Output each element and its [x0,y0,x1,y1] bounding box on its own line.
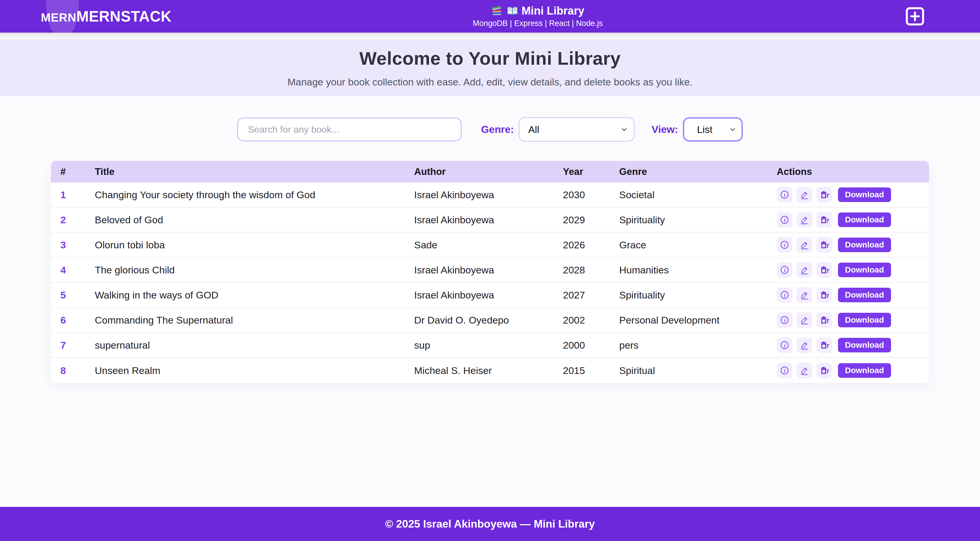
view-select[interactable]: List [683,117,743,142]
cell-num: 4 [60,264,95,276]
cell-year: 2015 [563,365,619,376]
info-button[interactable]: i [777,262,792,278]
cell-year: 2002 [563,314,619,326]
add-book-button[interactable] [904,5,926,27]
info-button[interactable]: i [777,212,792,228]
search-input[interactable] [237,117,462,141]
download-button[interactable]: Download [838,288,891,302]
cell-genre: Humanities [619,264,777,276]
delete-button[interactable] [816,337,832,353]
edit-button[interactable] [797,287,812,303]
info-button[interactable]: i [777,287,792,303]
delete-icon [819,365,829,376]
cell-author: Sade [414,239,563,251]
edit-icon [799,290,810,300]
nav-title-block: Mini Library MongoDB | Express | React |… [172,5,904,28]
edit-icon [799,315,810,325]
edit-button[interactable] [797,237,812,253]
info-icon: i [780,240,789,250]
logo-text-small: MERN [41,11,76,24]
controls-bar: Genre: All View: List [0,117,980,142]
cell-author: Israel Akinboyewa [414,189,563,200]
download-button[interactable]: Download [838,238,891,252]
footer-text: © 2025 Israel Akinboyewa — Mini Library [385,518,595,530]
edit-button[interactable] [797,312,812,328]
edit-button[interactable] [797,337,812,353]
delete-button[interactable] [816,287,832,303]
header-author: Author [414,166,563,177]
edit-icon [799,190,810,200]
download-button[interactable]: Download [838,213,891,227]
svg-text:i: i [784,368,786,374]
delete-icon [819,215,829,225]
delete-button[interactable] [816,363,832,378]
cell-title: Changing Your society through the wisdom… [95,189,414,200]
download-button[interactable]: Download [838,187,891,202]
delete-icon [819,240,829,250]
download-button[interactable]: Download [838,263,891,277]
info-button[interactable]: i [777,187,792,203]
genre-select[interactable]: All [519,117,635,142]
edit-icon [799,240,810,250]
info-icon: i [780,190,789,200]
cell-year: 2000 [563,340,619,351]
cell-genre: Personal Development [619,314,777,326]
header-genre: Genre [619,166,777,177]
svg-text:i: i [784,267,786,273]
cell-year: 2027 [563,289,619,301]
edit-icon [799,215,810,225]
cell-year: 2026 [563,239,619,251]
navbar: MERN MERNSTACK Mini Library MongoDB | Ex… [0,0,980,33]
delete-button[interactable] [816,187,832,203]
download-button[interactable]: Download [838,338,891,352]
delete-button[interactable] [816,237,832,253]
app-logo: MERN MERNSTACK [41,8,172,25]
cell-actions: i Download [777,212,929,228]
delete-button[interactable] [816,212,832,228]
header-actions: Actions [777,166,929,177]
cell-genre: Societal [619,189,777,200]
header-title: Title [95,166,414,177]
info-button[interactable]: i [777,312,792,328]
svg-text:i: i [784,217,786,223]
header-year: Year [563,166,619,177]
download-button[interactable]: Download [838,313,891,327]
info-button[interactable]: i [777,237,792,253]
edit-button[interactable] [797,212,812,228]
table-row: 6 Commanding The Supernatural Dr David O… [51,308,929,333]
table-row: 1 Changing Your society through the wisd… [51,182,929,208]
cell-num: 3 [60,239,95,251]
delete-button[interactable] [816,262,832,278]
cell-num: 1 [60,189,95,200]
info-button[interactable]: i [777,337,792,353]
cell-year: 2028 [563,264,619,276]
cell-num: 7 [60,340,95,351]
delete-icon [819,290,829,300]
cell-num: 5 [60,289,95,301]
cell-author: Micheal S. Heiser [414,365,563,376]
table-row: 2 Beloved of God Israel Akinboyewa 2029 … [51,208,929,233]
logo-text-large: MERNSTACK [76,8,172,25]
info-icon: i [780,265,789,275]
delete-icon [819,340,829,350]
edit-button[interactable] [797,187,812,203]
info-button[interactable]: i [777,363,792,378]
info-icon: i [780,340,789,350]
download-button[interactable]: Download [838,363,891,378]
cell-actions: i Download [777,237,929,253]
table-row: 7 supernatural sup 2000 pers i [51,333,929,358]
cell-genre: Grace [619,239,777,251]
cell-genre: pers [619,340,777,351]
cell-num: 8 [60,365,95,376]
edit-button[interactable] [797,262,812,278]
header-num: # [60,166,95,177]
cell-title: Beloved of God [95,214,414,225]
info-icon: i [780,215,789,225]
open-book-emoji-icon [506,5,519,17]
cell-genre: Spiritual [619,365,777,376]
delete-button[interactable] [816,312,832,328]
edit-icon [799,340,810,350]
cell-actions: i Download [777,337,929,353]
edit-button[interactable] [797,363,812,378]
cell-genre: Spirituality [619,214,777,225]
